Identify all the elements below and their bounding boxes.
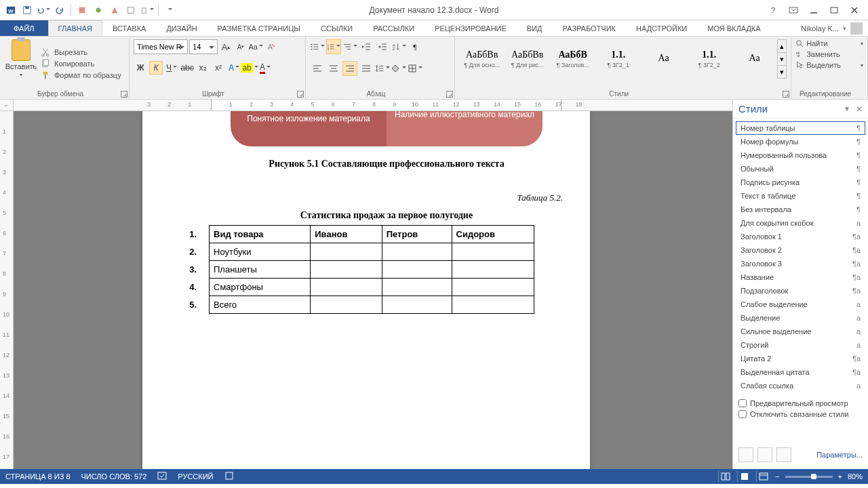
text-effects-button[interactable]: A: [227, 61, 241, 75]
tab-review[interactable]: РЕЦЕНЗИРОВАНИЕ: [425, 20, 517, 36]
line-spacing-button[interactable]: [375, 61, 390, 76]
style-gallery-item[interactable]: Аа: [641, 39, 686, 79]
sort-button[interactable]: AZ: [391, 39, 406, 54]
spell-check-icon[interactable]: [157, 471, 167, 482]
redo-button[interactable]: [53, 3, 66, 17]
style-gallery-item[interactable]: 1.1.¶ 3Г2_1: [595, 39, 641, 79]
zoom-in-button[interactable]: +: [838, 472, 842, 481]
tab-developer[interactable]: РАЗРАБОТЧИК: [553, 20, 626, 36]
figure-caption[interactable]: Рисунок 5.1 Составляющие профессионально…: [210, 159, 563, 169]
qat-btn-5[interactable]: [140, 3, 154, 17]
style-list-item[interactable]: Сильное выделениеa: [736, 325, 865, 338]
font-size-combo[interactable]: 14: [189, 39, 218, 54]
align-center-button[interactable]: [326, 61, 341, 76]
shading-button[interactable]: [391, 61, 406, 76]
cut-button[interactable]: Вырезать: [41, 47, 121, 57]
italic-button[interactable]: К: [149, 61, 163, 75]
style-list-item[interactable]: Обычный¶: [736, 162, 865, 176]
smartart-graphic[interactable]: Понятное изложение материала Наличие илл…: [231, 111, 542, 146]
style-list-item[interactable]: Подзаголовок¶a: [736, 284, 865, 298]
bold-button[interactable]: Ж: [134, 61, 147, 75]
language-indicator[interactable]: РУССКИЙ: [178, 472, 213, 481]
font-dialog-launcher[interactable]: [297, 91, 304, 98]
styles-options-link[interactable]: Параметры...: [816, 451, 863, 459]
style-list-item[interactable]: Заголовок 1¶a: [736, 230, 865, 243]
align-left-button[interactable]: [310, 61, 325, 76]
vertical-ruler[interactable]: 123456789101112131415161718: [0, 111, 14, 469]
style-list-item[interactable]: Выделениеa: [736, 311, 865, 325]
clipboard-dialog-launcher[interactable]: [121, 91, 127, 98]
styles-gallery[interactable]: АаБбВв¶ Для осно...АаБбВв¶ Для рис...АаБ…: [459, 39, 787, 79]
manage-styles-button[interactable]: [776, 447, 791, 462]
close-button[interactable]: [846, 2, 863, 18]
document-viewport[interactable]: Понятное изложение материала Наличие илл…: [14, 111, 732, 469]
style-list-item[interactable]: Выделенная цитата¶a: [736, 365, 865, 379]
style-list-item[interactable]: Название¶a: [736, 270, 865, 284]
copy-button[interactable]: Копировать: [41, 59, 121, 68]
tab-design[interactable]: ДИЗАЙН: [156, 20, 207, 36]
shrink-font-button[interactable]: A▾: [234, 39, 248, 54]
tab-home[interactable]: ГЛАВНАЯ: [48, 20, 102, 36]
word-count[interactable]: ЧИСЛО СЛОВ: 572: [81, 472, 147, 481]
style-list-item[interactable]: Заголовок 3¶a: [736, 257, 865, 270]
new-style-button[interactable]: [738, 447, 753, 462]
increase-indent-button[interactable]: [375, 39, 390, 54]
replace-button[interactable]: abЗаменить: [795, 50, 863, 58]
qat-btn-2[interactable]: [92, 3, 105, 17]
help-button[interactable]: ?: [765, 2, 781, 18]
bullets-button[interactable]: [310, 39, 325, 54]
undo-button[interactable]: [37, 3, 50, 17]
web-layout-button[interactable]: [756, 471, 770, 482]
maximize-button[interactable]: [826, 2, 842, 18]
tab-mailings[interactable]: РАССЫЛКИ: [363, 20, 425, 36]
style-list-item[interactable]: Подпись рисунка¶: [736, 176, 865, 189]
style-inspector-button[interactable]: [757, 447, 772, 462]
document-table[interactable]: Вид товараИвановПетровСидоров НоутбукиПл…: [209, 225, 534, 314]
font-name-combo[interactable]: Times New R: [134, 39, 188, 54]
change-case-button[interactable]: Aa: [249, 39, 262, 54]
pane-dropdown-icon[interactable]: ▼: [844, 105, 850, 113]
macro-icon[interactable]: [224, 471, 234, 482]
zoom-out-button[interactable]: −: [775, 472, 779, 481]
read-mode-button[interactable]: [718, 471, 732, 482]
table-number[interactable]: Таблица 5.2.: [210, 192, 563, 203]
align-right-button[interactable]: [342, 61, 357, 76]
style-list-item[interactable]: Нумерованный пользова¶: [736, 148, 865, 162]
find-button[interactable]: Найти▾: [795, 39, 863, 47]
styles-dialog-launcher[interactable]: [783, 91, 789, 98]
tab-file[interactable]: ФАЙЛ: [0, 20, 48, 36]
style-list-item[interactable]: Слабая ссылкаa: [736, 379, 865, 392]
style-list-item[interactable]: Для сокрытия скобокa: [736, 216, 865, 230]
borders-button[interactable]: [408, 61, 422, 76]
tab-references[interactable]: ССЫЛКИ: [311, 20, 363, 36]
style-gallery-item[interactable]: АаБбВв¶ Для осно...: [459, 39, 505, 79]
justify-button[interactable]: [359, 61, 374, 76]
ribbon-options-button[interactable]: [785, 2, 802, 18]
qat-btn-3[interactable]: [108, 3, 121, 17]
style-gallery-item[interactable]: АаБбВ¶ Заголов...: [550, 39, 595, 79]
strikethrough-button[interactable]: abc: [180, 61, 194, 75]
tab-view[interactable]: ВИД: [517, 20, 553, 36]
style-list-item[interactable]: Заголовок 2¶a: [736, 243, 865, 257]
zoom-slider[interactable]: [785, 476, 833, 478]
disable-linked-checkbox[interactable]: Отключить связанные стили: [738, 410, 863, 418]
decrease-indent-button[interactable]: [359, 39, 374, 54]
underline-button[interactable]: Ч: [165, 61, 178, 75]
highlight-button[interactable]: ab: [243, 61, 256, 75]
tab-mytab[interactable]: МОЯ ВКЛАДКА: [697, 20, 770, 36]
style-list-item[interactable]: Слабое выделениеa: [736, 298, 865, 311]
zoom-level[interactable]: 80%: [848, 472, 863, 481]
style-list-item[interactable]: Строгийa: [736, 338, 865, 352]
multilevel-button[interactable]: [342, 39, 357, 54]
numbering-button[interactable]: 123: [326, 39, 341, 54]
style-list-item[interactable]: Номер формулы¶: [736, 135, 865, 148]
style-list-item[interactable]: Номер таблицы¶: [736, 121, 865, 135]
paste-button[interactable]: Вставить ▾: [4, 39, 38, 88]
font-color-button[interactable]: A: [258, 61, 272, 75]
tab-addins[interactable]: НАДСТРОЙКИ: [626, 20, 697, 36]
style-list-item[interactable]: Текст в таблице¶: [736, 189, 865, 203]
style-list-item[interactable]: Без интервала¶: [736, 203, 865, 216]
show-marks-button[interactable]: ¶: [408, 39, 422, 54]
save-button[interactable]: [20, 3, 34, 17]
grow-font-button[interactable]: A▴: [219, 39, 233, 54]
